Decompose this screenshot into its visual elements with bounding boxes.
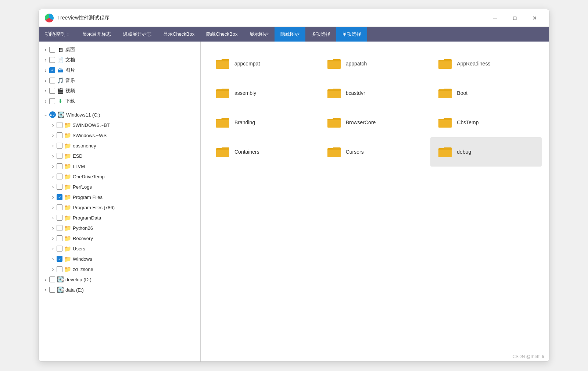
tree-item-recovery[interactable]: 📁 Recovery: [39, 233, 200, 243]
checkbox-win11[interactable]: ●: [49, 111, 56, 118]
tree-item-zd-zsone[interactable]: 📁 zd_zsone: [39, 264, 200, 274]
expand-icon-programdata[interactable]: [49, 214, 57, 221]
checkbox-video[interactable]: [49, 88, 55, 94]
checkbox-esd[interactable]: [57, 153, 62, 159]
file-name-assembly: assembly: [234, 90, 256, 96]
show-checkbox-button[interactable]: 显示CheckBox: [157, 27, 200, 42]
tree-item-video[interactable]: 🎬 视频: [39, 86, 200, 96]
file-item-browsercore[interactable]: BrowserCore: [319, 108, 431, 137]
expand-icon-docs[interactable]: [42, 56, 49, 64]
tree-item-llvm[interactable]: 📁 LLVM: [39, 161, 200, 171]
expand-icon-pictures[interactable]: [42, 67, 49, 74]
minimize-button[interactable]: ─: [487, 12, 503, 24]
expand-icon-users[interactable]: [49, 245, 57, 252]
tree-item-docs[interactable]: 📄 文档: [39, 55, 200, 65]
hide-expand-button[interactable]: 隐藏展开标志: [117, 27, 157, 42]
checkbox-onedrivetemp[interactable]: [57, 174, 62, 179]
checkbox-eastmoney[interactable]: [57, 143, 62, 149]
toolbar: 功能控制： 显示展开标志 隐藏展开标志 显示CheckBox 隐藏CheckBo…: [39, 27, 549, 42]
checkbox-programfilesx86[interactable]: [57, 204, 62, 210]
expand-icon-onedrivetemp[interactable]: [49, 173, 57, 180]
checkbox-downloads[interactable]: [49, 98, 55, 104]
tree-item-programfilesx86[interactable]: 📁 Program Files (x86): [39, 202, 200, 213]
close-button[interactable]: ✕: [526, 12, 543, 24]
checkbox-python26[interactable]: [57, 225, 62, 231]
tree-item-win11[interactable]: ● 💽 Windows11 (C:): [39, 110, 200, 120]
expand-icon-eastmoney[interactable]: [49, 142, 57, 149]
checkbox-data[interactable]: [49, 287, 55, 293]
checkbox-llvm[interactable]: [57, 163, 62, 169]
expand-icon-zd-zsone[interactable]: [49, 265, 57, 273]
expand-icon-develop[interactable]: [42, 276, 49, 283]
expand-icon-win11[interactable]: [42, 111, 49, 118]
checkbox-programfiles[interactable]: [57, 194, 62, 200]
file-item-bcastdvr[interactable]: bcastdvr: [319, 78, 431, 108]
show-icon-button[interactable]: 显示图标: [244, 27, 275, 42]
expand-icon-programfilesx86[interactable]: [49, 204, 57, 211]
expand-icon-data[interactable]: [42, 286, 49, 293]
tree-item-esd[interactable]: 📁 ESD: [39, 151, 200, 161]
expand-icon-video[interactable]: [42, 87, 49, 94]
tree-item-downloads[interactable]: ⬇ 下载: [39, 96, 200, 106]
checkbox-windows-bt[interactable]: [57, 122, 62, 128]
file-item-branding[interactable]: Branding: [208, 108, 319, 137]
multi-select-button[interactable]: 多项选择: [305, 27, 336, 42]
expand-icon-programfiles[interactable]: [49, 193, 57, 201]
file-item-apppatch[interactable]: apppatch: [319, 49, 431, 78]
expand-icon-windows-ws[interactable]: [49, 132, 57, 139]
checkbox-develop[interactable]: [49, 277, 55, 282]
checkbox-windows-ws[interactable]: [57, 132, 62, 138]
hide-checkbox-button[interactable]: 隐藏CheckBox: [200, 27, 243, 42]
file-item-containers[interactable]: Containers: [208, 137, 319, 167]
file-item-cbstemp[interactable]: CbsTemp: [430, 108, 542, 137]
single-select-button[interactable]: 单项选择: [336, 27, 367, 42]
checkbox-music[interactable]: [49, 78, 55, 83]
tree-item-music[interactable]: 🎵 音乐: [39, 75, 200, 86]
file-item-cursors[interactable]: Cursors: [319, 137, 431, 167]
tree-item-onedrivetemp[interactable]: 📁 OneDriveTemp: [39, 171, 200, 182]
expand-icon-recovery[interactable]: [49, 235, 57, 242]
tree-item-eastmoney[interactable]: 📁 eastmoney: [39, 140, 200, 151]
tree-item-programdata[interactable]: 📁 ProgramData: [39, 213, 200, 223]
file-item-appcompat[interactable]: appcompat: [208, 49, 319, 78]
expand-icon-perflogs[interactable]: [49, 183, 57, 190]
file-name-browsercore: BrowserCore: [346, 119, 376, 125]
tree-item-programfiles[interactable]: 📁 Program Files: [39, 192, 200, 202]
tree-item-python26[interactable]: 📁 Python26: [39, 223, 200, 233]
expand-icon-esd[interactable]: [49, 152, 57, 160]
tree-item-data[interactable]: 💽 data (E:): [39, 285, 200, 295]
file-item-assembly[interactable]: assembly: [208, 78, 319, 108]
checkbox-pictures[interactable]: [49, 67, 55, 73]
checkbox-users[interactable]: [57, 246, 62, 252]
checkbox-perflogs[interactable]: [57, 184, 62, 190]
tree-item-pictures[interactable]: 🏔 图片: [39, 65, 200, 75]
folder-icon-recovery: 📁: [64, 235, 71, 242]
checkbox-programdata[interactable]: [57, 215, 62, 221]
file-item-debug[interactable]: debug: [430, 137, 542, 167]
checkbox-docs[interactable]: [49, 57, 55, 63]
hide-icon-button[interactable]: 隐藏图标: [275, 27, 305, 42]
tree-item-develop[interactable]: 💽 develop (D:): [39, 274, 200, 285]
tree-item-windows-bt[interactable]: 📁 $WINDOWS.~BT: [39, 120, 200, 130]
label-zd-zsone: zd_zsone: [73, 267, 93, 272]
checkbox-windows[interactable]: [57, 256, 62, 262]
expand-icon-windows[interactable]: [49, 255, 57, 263]
expand-icon-music[interactable]: [42, 77, 49, 84]
tree-item-desktop[interactable]: 🖥 桌面: [39, 44, 200, 55]
tree-item-windows-ws[interactable]: 📁 $Windows.~WS: [39, 130, 200, 140]
tree-item-perflogs[interactable]: 📁 PerfLogs: [39, 182, 200, 192]
expand-icon-downloads[interactable]: [42, 97, 49, 105]
expand-icon-llvm[interactable]: [49, 163, 57, 170]
checkbox-zd-zsone[interactable]: [57, 266, 62, 272]
file-item-boot[interactable]: Boot: [430, 78, 542, 108]
file-item-appreadiness[interactable]: AppReadiness: [430, 49, 542, 78]
show-expand-button[interactable]: 显示展开标志: [76, 27, 117, 42]
expand-icon-python26[interactable]: [49, 224, 57, 232]
maximize-button[interactable]: □: [506, 12, 523, 24]
checkbox-recovery[interactable]: [57, 235, 62, 241]
tree-item-windows[interactable]: 📁 Windows: [39, 254, 200, 264]
checkbox-desktop[interactable]: [49, 47, 55, 53]
tree-item-users[interactable]: 📁 Users: [39, 243, 200, 254]
expand-icon-windows-bt[interactable]: [49, 121, 57, 129]
expand-icon-desktop[interactable]: [42, 46, 49, 53]
